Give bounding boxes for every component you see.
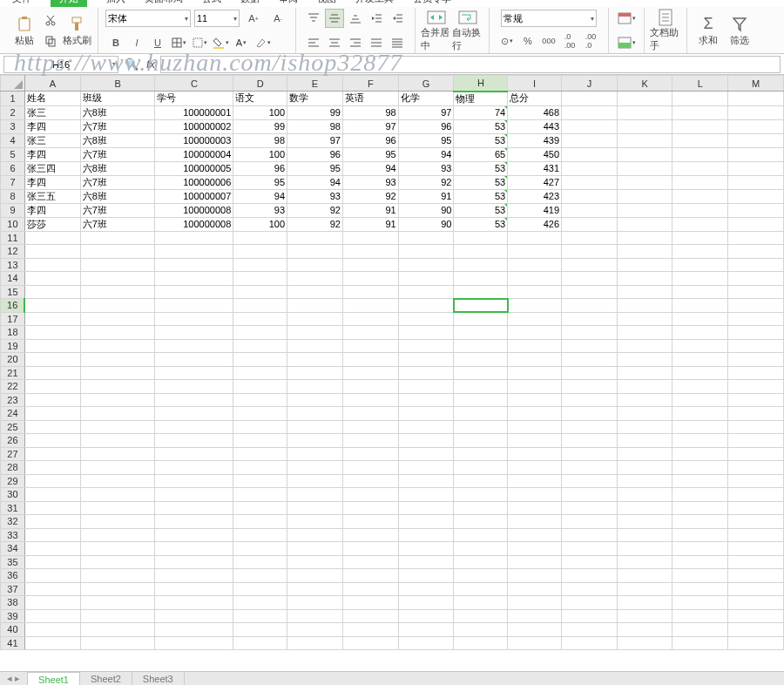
cell-D19[interactable]: [233, 339, 287, 353]
cell-I15[interactable]: [508, 285, 562, 299]
cell-M5[interactable]: [728, 147, 784, 161]
cell-C39[interactable]: [155, 609, 233, 623]
cell-D41[interactable]: [233, 636, 287, 650]
cell-L9[interactable]: [672, 203, 728, 217]
menu-tab-9[interactable]: 会员专享: [413, 0, 451, 7]
cell-C34[interactable]: [155, 542, 233, 556]
cell-C36[interactable]: [155, 569, 233, 583]
cell-K8[interactable]: [617, 189, 672, 203]
cell-B39[interactable]: [80, 609, 155, 623]
cell-D16[interactable]: [233, 299, 287, 313]
cell-M1[interactable]: [728, 92, 784, 106]
row-header-19[interactable]: 19: [1, 339, 25, 353]
cell-A20[interactable]: [24, 353, 80, 367]
cell-M32[interactable]: [728, 515, 784, 529]
cell-K33[interactable]: [617, 528, 672, 542]
cell-J29[interactable]: [562, 474, 618, 488]
cell-F39[interactable]: [342, 609, 398, 623]
cell-I8[interactable]: 423: [508, 189, 562, 203]
cell-C30[interactable]: [155, 488, 233, 502]
cell-I7[interactable]: 427: [508, 175, 562, 189]
cell-M14[interactable]: [728, 272, 784, 286]
cell-L15[interactable]: [672, 285, 728, 299]
cell-G26[interactable]: [398, 434, 454, 448]
cell-K3[interactable]: [617, 119, 672, 133]
row-header-16[interactable]: 16: [1, 299, 25, 313]
cell-G38[interactable]: [398, 596, 454, 610]
cell-D22[interactable]: [233, 380, 287, 394]
cell-L20[interactable]: [672, 353, 728, 367]
cell-J39[interactable]: [562, 609, 618, 623]
cell-J34[interactable]: [562, 542, 618, 556]
font-size-combo[interactable]: 11▾: [194, 10, 240, 27]
cell-B21[interactable]: [80, 366, 155, 380]
cell-I34[interactable]: [508, 542, 562, 556]
cell-F26[interactable]: [342, 434, 398, 448]
indent-decrease-button[interactable]: [367, 9, 386, 28]
cell-A29[interactable]: [24, 474, 80, 488]
cell-H3[interactable]: 53: [454, 119, 508, 133]
cell-J33[interactable]: [562, 528, 618, 542]
cell-G13[interactable]: [398, 258, 454, 272]
cell-L27[interactable]: [672, 447, 728, 461]
cell-K25[interactable]: [617, 420, 672, 434]
cell-G29[interactable]: [398, 474, 454, 488]
cell-D32[interactable]: [233, 515, 287, 529]
cell-M38[interactable]: [728, 596, 784, 610]
cell-M3[interactable]: [728, 119, 784, 133]
cell-I24[interactable]: [508, 407, 562, 421]
cell-F7[interactable]: 93: [342, 175, 398, 189]
cell-D38[interactable]: [233, 596, 287, 610]
cell-A9[interactable]: 李四: [24, 203, 80, 217]
currency-button[interactable]: ⊙▾: [497, 31, 517, 51]
cell-K37[interactable]: [617, 582, 672, 596]
align-justify-button[interactable]: [367, 33, 386, 52]
cell-B7[interactable]: 六7班: [80, 175, 155, 189]
cell-J12[interactable]: [562, 245, 618, 259]
cell-H10[interactable]: 53: [454, 217, 508, 231]
cell-B40[interactable]: [80, 623, 155, 637]
cell-H13[interactable]: [454, 258, 508, 272]
cell-B35[interactable]: [80, 555, 155, 569]
cell-K27[interactable]: [617, 447, 672, 461]
cell-I10[interactable]: 426: [508, 217, 562, 231]
cell-G10[interactable]: 90: [398, 217, 454, 231]
cell-E31[interactable]: [287, 501, 343, 515]
cell-F25[interactable]: [342, 420, 398, 434]
cell-G34[interactable]: [398, 542, 454, 556]
cell-I20[interactable]: [508, 353, 562, 367]
row-header-7[interactable]: 7: [1, 175, 25, 189]
cell-D8[interactable]: 94: [233, 189, 287, 203]
cell-K23[interactable]: [617, 393, 672, 407]
cell-F28[interactable]: [342, 461, 398, 475]
cell-J17[interactable]: [562, 312, 618, 326]
cell-I11[interactable]: [508, 231, 562, 245]
cell-L35[interactable]: [672, 555, 728, 569]
row-header-39[interactable]: 39: [1, 609, 25, 623]
cell-A21[interactable]: [24, 366, 80, 380]
cell-L4[interactable]: [672, 133, 728, 147]
cell-D11[interactable]: [233, 231, 287, 245]
cell-I1[interactable]: 总分: [508, 92, 562, 106]
cell-K17[interactable]: [617, 312, 672, 326]
cell-C26[interactable]: [155, 434, 233, 448]
cell-J31[interactable]: [562, 501, 618, 515]
cell-I33[interactable]: [508, 528, 562, 542]
cell-A1[interactable]: 姓名: [24, 92, 80, 106]
cell-I6[interactable]: 431: [508, 161, 562, 175]
cond-format-button[interactable]: ▾: [615, 9, 638, 28]
col-header-I[interactable]: I: [508, 76, 562, 92]
cell-A18[interactable]: [24, 326, 80, 340]
cell-A7[interactable]: 李四: [24, 175, 80, 189]
cell-M40[interactable]: [728, 623, 784, 637]
cell-L3[interactable]: [672, 119, 728, 133]
cell-I9[interactable]: 419: [508, 203, 562, 217]
cell-L36[interactable]: [672, 569, 728, 583]
cell-M8[interactable]: [728, 189, 784, 203]
cell-F33[interactable]: [342, 528, 398, 542]
cell-C35[interactable]: [155, 555, 233, 569]
col-header-J[interactable]: J: [562, 76, 618, 92]
cell-H16[interactable]: [454, 299, 508, 313]
cell-F16[interactable]: [342, 299, 398, 313]
cell-H36[interactable]: [454, 569, 508, 583]
